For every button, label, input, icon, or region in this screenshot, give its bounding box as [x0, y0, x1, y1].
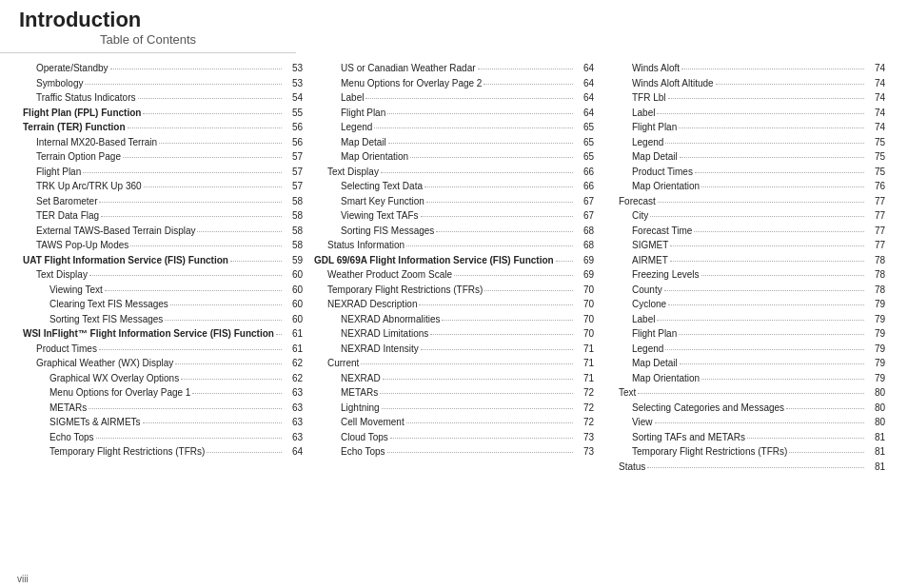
toc-page-number: 78 — [866, 283, 885, 298]
toc-dots — [387, 452, 573, 453]
toc-dots — [207, 452, 282, 453]
toc-line: Flight Plan79 — [605, 326, 885, 342]
toc-dots — [454, 275, 573, 276]
toc-line: METARs63 — [23, 401, 303, 416]
toc-line: US or Canadian Weather Radar64 — [314, 61, 594, 76]
toc-line: Set Barometer58 — [23, 194, 303, 209]
toc-page-number: 60 — [284, 297, 303, 312]
toc-line: Clearing Text FIS Messages60 — [23, 297, 303, 312]
toc-dots — [716, 84, 864, 85]
toc-line: Status81 — [605, 460, 885, 475]
toc-page-number: 79 — [866, 371, 885, 386]
toc-line: Sorting FIS Messages68 — [314, 224, 594, 239]
toc-entry-label: Map Detail — [605, 149, 678, 165]
toc-entry-label: Graphical Weather (WX) Display — [23, 356, 173, 371]
toc-page-number: 66 — [575, 165, 594, 180]
toc-page-number: 73 — [575, 444, 594, 460]
toc-page-number: 80 — [866, 401, 885, 416]
toc-page-number: 74 — [866, 106, 885, 121]
page-title: Introduction — [19, 8, 277, 32]
toc-entry-label: NEXRAD Description — [314, 297, 417, 312]
toc-line: City77 — [605, 208, 885, 224]
toc-entry-label: Lightning — [314, 401, 380, 416]
toc-page-number: 77 — [866, 238, 885, 253]
toc-line: Cloud Tops73 — [314, 430, 594, 445]
toc-entry-label: Terrain (TER) Function — [23, 120, 126, 135]
toc-entry-label: Traffic Status Indicators — [23, 90, 136, 106]
toc-line: Winds Aloft74 — [605, 61, 885, 76]
toc-line: Legend79 — [605, 342, 885, 357]
toc-dots — [383, 379, 573, 380]
toc-dots — [421, 349, 573, 350]
toc-line: Label79 — [605, 312, 885, 327]
toc-line: Symbology53 — [23, 76, 303, 91]
toc-page-number: 69 — [575, 267, 594, 283]
toc-entry-label: Cell Movement — [314, 415, 405, 430]
toc-dots — [419, 304, 573, 305]
toc-page-number: 58 — [284, 238, 303, 253]
toc-line: Viewing Text TAFs67 — [314, 208, 594, 224]
toc-page-number: 56 — [284, 135, 303, 150]
toc-entry-label: METARs — [23, 401, 87, 416]
toc-line: Lightning72 — [314, 401, 594, 416]
toc-line: NEXRAD71 — [314, 371, 594, 386]
toc-entry-label: Forecast — [605, 194, 656, 209]
toc-page-number: 75 — [866, 165, 885, 180]
toc-entry-label: Map Orientation — [605, 179, 700, 194]
toc-entry-label: Temporary Flight Restrictions (TFRs) — [23, 444, 205, 460]
toc-entry-label: Echo Tops — [23, 430, 94, 445]
toc-entry-label: WSI InFlight™ Flight Information Service… — [23, 326, 274, 342]
toc-dots — [138, 98, 283, 99]
toc-page-number: 60 — [284, 312, 303, 327]
toc-entry-label: Sorting FIS Messages — [314, 224, 434, 239]
toc-line: Sorting Text FIS Messages60 — [23, 312, 303, 327]
toc-line: County78 — [605, 283, 885, 298]
toc-line: Map Orientation79 — [605, 371, 885, 386]
toc-page-number: 76 — [866, 179, 885, 194]
toc-dots — [123, 157, 282, 158]
toc-page-number: 77 — [866, 208, 885, 224]
toc-dots — [143, 422, 282, 423]
toc-page-number: 79 — [866, 356, 885, 371]
toc-entry-label: Flight Plan (FPL) Function — [23, 106, 141, 121]
toc-line: NEXRAD Limitations70 — [314, 326, 594, 342]
toc-line: Echo Tops73 — [314, 444, 594, 460]
toc-line: Legend65 — [314, 120, 594, 135]
toc-dots — [130, 245, 282, 246]
toc-dots — [679, 127, 864, 128]
page: Introduction Table of Contents Operate/S… — [0, 0, 908, 588]
toc-entry-label: NEXRAD Intensity — [314, 342, 419, 357]
toc-dots — [664, 290, 864, 291]
toc-entry-label: TRK Up Arc/TRK Up 360 — [23, 179, 142, 194]
toc-line: Map Detail79 — [605, 356, 885, 371]
toc-page-number: 55 — [284, 106, 303, 121]
toc-page-number: 58 — [284, 208, 303, 224]
toc-line: WSI InFlight™ Flight Information Service… — [23, 326, 303, 342]
toc-line: Viewing Text60 — [23, 283, 303, 298]
toc-dots — [410, 157, 573, 158]
toc-dots — [701, 186, 864, 187]
toc-line: METARs72 — [314, 385, 594, 401]
toc-dots — [436, 231, 573, 232]
toc-dots — [430, 334, 573, 335]
toc-page-number: 73 — [575, 430, 594, 445]
toc-page-number: 81 — [866, 444, 885, 460]
toc-dots — [143, 113, 282, 114]
toc-page-number: 63 — [284, 415, 303, 430]
toc-entry-label: Map Detail — [605, 356, 678, 371]
toc-dots — [128, 127, 282, 128]
toc-line: NEXRAD Description70 — [314, 297, 594, 312]
page-number: viii — [17, 574, 29, 584]
toc-page-number: 57 — [284, 179, 303, 194]
toc-dots — [276, 334, 282, 335]
toc-line: Flight Plan (FPL) Function55 — [23, 106, 303, 121]
toc-line: Map Detail75 — [605, 149, 885, 165]
toc-page-number: 65 — [575, 135, 594, 150]
toc-column-3: Winds Aloft74Winds Aloft Altitude74TFR L… — [600, 61, 891, 562]
toc-dots — [192, 393, 282, 394]
toc-page-number: 54 — [284, 90, 303, 106]
toc-page-number: 78 — [866, 253, 885, 268]
toc-line: Map Orientation65 — [314, 149, 594, 165]
toc-page-number: 64 — [575, 76, 594, 91]
toc-dots — [381, 172, 573, 173]
